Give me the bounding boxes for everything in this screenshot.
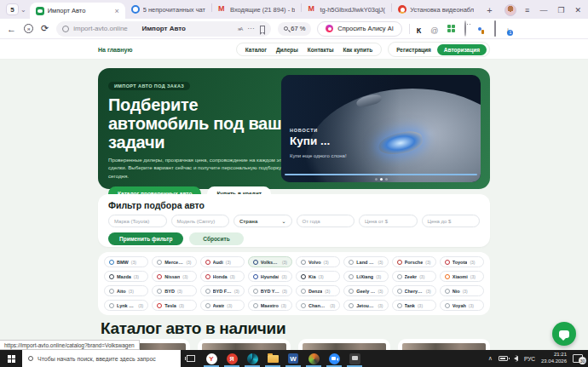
car-card[interactable] [398,339,490,350]
tab-inactive[interactable]: Входящие (21 894) - b [212,2,301,18]
brand-chip[interactable]: Changan ...(3) [296,300,340,311]
brand-chip[interactable]: Volkswagen(3) [248,256,292,267]
country-select[interactable]: Страна⌄ [233,215,292,227]
register-link[interactable]: Регистрация [396,47,431,53]
at-mention-icon[interactable]: @ [430,21,438,37]
taskbar-search[interactable]: Чтобы начать поиск, введите здесь запрос [22,350,181,367]
login-button[interactable]: Авторизация [437,44,487,55]
brand-chip[interactable]: Porsche(3) [392,256,436,267]
brand-chip[interactable]: Lynk & Co(3) [104,300,148,311]
tab-inactive[interactable]: 5 непрочитанных чат [125,2,211,18]
brand-chip[interactable]: Audi(3) [200,256,245,267]
brand-chip[interactable]: Mazda(3) [104,271,148,282]
yandex-browser-taskbar-button[interactable]: Y [201,350,222,367]
address-bar[interactable]: import-avto.online Импорт Авто яА ⋯ [56,21,271,37]
tab-inactive[interactable]: Установка видеонабл [392,2,480,18]
tab-counter[interactable]: 5 [6,3,19,15]
brand-chip[interactable]: Denza(3) [296,285,340,296]
brand-chip[interactable]: Toyota(3) [440,256,484,267]
brand-chip[interactable]: Hyundai(3) [248,271,292,282]
brand-chip[interactable]: Geely Gal...(3) [343,285,388,296]
news-carousel-card[interactable]: НОВОСТИ Купи ... Купи еще одного слона! [281,75,481,182]
zoom-app-taskbar-button[interactable] [324,350,344,367]
brand-chip[interactable]: Maextro(3) [248,300,292,311]
maximize-button[interactable]: ❐ [554,6,571,19]
translate-icon[interactable]: яА [238,26,242,32]
task-view-taskbar-button[interactable] [181,350,201,367]
site-info-icon[interactable] [62,26,69,32]
nav-link[interactable]: Как купить [343,47,372,53]
battery-icon[interactable] [499,356,508,361]
tray-expand-icon[interactable]: ∧ [488,355,493,362]
hand-extension-icon[interactable] [494,21,496,37]
tab-close-icon[interactable]: × [114,7,118,15]
media-app-taskbar-button[interactable] [303,350,324,367]
printer-app-taskbar-button[interactable] [344,350,365,367]
brand-chip[interactable]: Xiaomi(3) [440,271,484,282]
kinopoisk-icon[interactable]: К [417,21,422,37]
brand-chip[interactable]: Zeekr(3) [392,271,436,282]
apply-filter-button[interactable]: Применить фильтр [108,232,183,245]
brand-chip[interactable]: Aito(3) [104,285,148,296]
chat-fab-button[interactable] [552,322,576,346]
filter-input[interactable]: Цена до $ [422,215,481,227]
brand-chip[interactable]: Avatr(3) [200,300,245,311]
brand-chip[interactable]: Tank(3) [392,300,436,311]
carousel-dots[interactable] [281,178,481,181]
yandex-home-button[interactable]: я [24,24,33,33]
filter-input[interactable]: Цена от $ [359,215,418,227]
notifications-icon[interactable]: 30 [573,354,583,363]
brand-chip[interactable]: BYD Fang...(3) [200,285,245,296]
brand-chip[interactable]: Mercedes...(3) [152,256,196,267]
bookmark-icon[interactable] [260,26,265,32]
brand-chip[interactable]: LiXiang(3) [343,271,388,282]
start-button[interactable] [0,350,22,367]
smiley-icon[interactable] [464,21,466,37]
filter-input[interactable]: Модель (Camry) [171,215,230,227]
tabs-dropdown-icon[interactable]: ⌄ [20,6,26,14]
back-button[interactable]: ← [7,24,16,34]
word-taskbar-button[interactable]: W [283,350,303,367]
yandex-app-taskbar-button[interactable]: Я [222,350,242,367]
brand-chip[interactable]: BMW(3) [104,256,148,267]
car-card[interactable] [198,339,290,350]
language-indicator[interactable]: РУС [524,356,535,362]
file-explorer-taskbar-button[interactable] [262,350,283,367]
green-grid-icon[interactable] [447,25,455,32]
brand-chip[interactable]: Voyah(3) [440,300,484,311]
brand-chip[interactable]: Nissan(3) [152,271,196,282]
teal-app-taskbar-button[interactable] [242,350,262,367]
speaker-icon[interactable] [514,356,518,361]
close-window-button[interactable]: ✕ [571,6,588,19]
reload-button[interactable]: ⟳ [41,23,49,34]
brand-chip[interactable]: Tesla(3) [152,300,196,311]
profile-avatar[interactable] [504,4,516,16]
brand-chip[interactable]: Land Rover(3) [343,256,388,267]
zoom-control[interactable]: 67 % [278,22,311,36]
car-card[interactable] [298,339,390,350]
minimize-button[interactable]: — [536,6,554,19]
ask-alice-button[interactable]: Спросить Алису AI [317,21,401,37]
nav-link[interactable]: Каталог [245,47,267,53]
brand-chip[interactable]: Honda(3) [200,271,245,282]
nav-link[interactable]: Дилеры [276,47,298,53]
more-actions-icon[interactable]: ⋯ [247,25,255,32]
new-tab-button[interactable]: + [480,5,499,19]
reset-filter-button[interactable]: Сбросить [189,232,243,245]
brand-chip[interactable]: Chery iCar(3) [392,285,436,296]
browser-menu-icon[interactable]: ≡ [522,6,536,19]
brand-chip[interactable]: Kia(3) [296,271,340,282]
clock[interactable]: 21:21 23.04.2026 [541,352,567,365]
brand-chip[interactable]: BYD(3) [152,285,196,296]
brand-chip[interactable]: Nio(3) [440,285,484,296]
tab-inactive[interactable]: tg-h5GlbxdJiwkY03qjJ( [302,2,391,18]
download-icon[interactable]: ↓1 [505,21,510,37]
brand-chip[interactable]: Jetour Zo...(3) [343,300,388,311]
filter-input[interactable]: Марка (Toyota) [108,215,167,227]
brand-chip[interactable]: BYD Yang...(3) [248,285,292,296]
home-link[interactable]: На главную [98,47,132,53]
filter-input[interactable]: От года [297,215,355,227]
tab-active[interactable]: Импорт Авто × [30,3,125,19]
brand-chip[interactable]: Volvo(3) [296,256,340,267]
nav-link[interactable]: Контакты [308,47,334,53]
